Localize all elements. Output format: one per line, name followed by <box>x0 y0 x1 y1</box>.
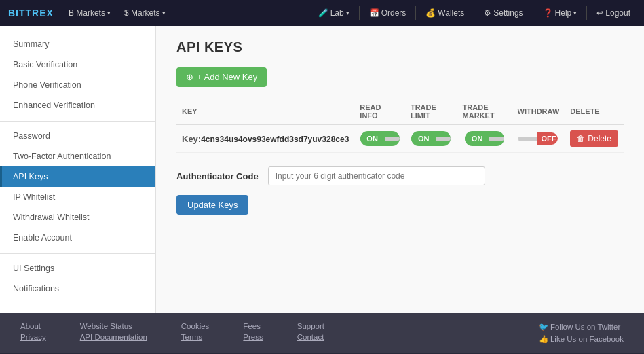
footer-col-about: About Privacy <box>20 322 46 341</box>
sidebar-item-notifications[interactable]: Notifications <box>0 279 155 299</box>
footer-link-fees[interactable]: Fees <box>243 322 263 330</box>
navbar-right: 🧪 Lab ▾ 📅 Orders 💰 Wallets ⚙ Settings ❓ … <box>313 5 636 20</box>
footer-col-support: Support Contact <box>297 322 324 341</box>
col-header-key: KEY <box>176 99 354 124</box>
sidebar-item-enable-account[interactable]: Enable Account <box>0 228 155 248</box>
auth-code-input[interactable] <box>268 166 485 185</box>
col-header-delete: DELETE <box>565 99 624 124</box>
sidebar-item-enhanced-verification[interactable]: Enhanced Verification <box>0 95 155 116</box>
footer-col-website-status: Website Status API Documentation <box>80 322 147 341</box>
delete-key-button[interactable]: 🗑 Delete <box>570 130 618 147</box>
footer-link-support[interactable]: Support <box>297 322 324 330</box>
brand-logo: BITTREX <box>8 7 54 18</box>
sidebar-item-password[interactable]: Password <box>0 126 155 146</box>
update-keys-button[interactable]: Update Keys <box>176 195 248 215</box>
footer-link-press[interactable]: Press <box>243 333 263 341</box>
toggle-on-label: ON <box>411 132 436 145</box>
sidebar-section-preferences: UI Settings Notifications <box>0 258 155 299</box>
flask-icon: 🧪 <box>318 8 328 18</box>
chevron-down-icon: ▾ <box>162 10 166 16</box>
footer-link-cookies[interactable]: Cookies <box>181 322 210 330</box>
footer-link-about[interactable]: About <box>20 322 46 330</box>
trade-limit-cell: ON <box>405 124 457 153</box>
footer-link-website-status[interactable]: Website Status <box>80 322 147 330</box>
key-cell: Key:4cns34us4ovs93ewfdd3sd7yuv328ce3 <box>176 124 354 153</box>
footer-link-terms[interactable]: Terms <box>181 333 210 341</box>
nav-help[interactable]: ❓ Help ▾ <box>537 5 583 20</box>
footer-link-privacy[interactable]: Privacy <box>20 333 46 341</box>
nav-orders[interactable]: 📅 Orders <box>364 5 412 20</box>
navbar: BITTREX B Markets ▾ $ Markets ▾ 🧪 Lab ▾ … <box>0 0 644 26</box>
twitter-icon: 🐦 <box>539 323 550 331</box>
sidebar-item-basic-verification[interactable]: Basic Verification <box>0 54 155 75</box>
gear-icon: ⚙ <box>484 8 491 18</box>
sidebar-item-phone-verification[interactable]: Phone Verification <box>0 75 155 95</box>
nav-divider <box>533 6 533 20</box>
help-icon: ❓ <box>543 8 553 18</box>
footer-links: About Privacy Website Status API Documen… <box>0 313 644 353</box>
auth-section: Authenticator Code <box>176 166 624 185</box>
nav-divider <box>474 6 474 20</box>
sidebar-divider <box>0 121 155 122</box>
toggle-off-label <box>385 137 400 141</box>
footer-twitter-link[interactable]: 🐦 Follow Us on Twitter <box>539 322 624 332</box>
footer-col-cookies: Cookies Terms <box>181 322 210 341</box>
table-row: Key:4cns34us4ovs93ewfdd3sd7yuv328ce3 ON … <box>176 124 624 153</box>
nav-logout[interactable]: ↩ Logout <box>591 5 636 20</box>
col-header-trade-market: TRADE MARKET <box>457 99 512 124</box>
footer-facebook-link[interactable]: 👍 Like Us on Facebook <box>539 334 624 344</box>
sidebar-section-security: Password Two-Factor Authentication API K… <box>0 126 155 248</box>
sidebar-item-withdrawal-whitelist[interactable]: Withdrawal Whitelist <box>0 207 155 228</box>
key-value: 4cns34us4ovs93ewfdd3sd7yuv328ce3 <box>201 135 349 144</box>
toggle-on-label <box>518 137 537 141</box>
read-info-toggle[interactable]: ON <box>360 131 400 146</box>
calendar-icon: 📅 <box>369 8 379 18</box>
toggle-on-label: ON <box>465 132 489 145</box>
footer-col-fees: Fees Press <box>243 322 263 341</box>
facebook-icon: 👍 <box>539 335 550 343</box>
sidebar-item-two-factor[interactable]: Two-Factor Authentication <box>0 146 155 166</box>
nav-settings[interactable]: ⚙ Settings <box>478 5 528 20</box>
sidebar-item-api-keys[interactable]: API Keys <box>0 166 155 187</box>
footer-social: 🐦 Follow Us on Twitter 👍 Like Us on Face… <box>539 322 624 344</box>
trade-market-cell: ON <box>457 124 512 153</box>
footer-link-contact[interactable]: Contact <box>297 333 324 341</box>
col-header-withdraw: WITHDRAW <box>512 99 565 124</box>
toggle-off-label <box>436 137 451 141</box>
nav-divider <box>586 6 587 20</box>
nav-wallets[interactable]: 💰 Wallets <box>420 5 470 20</box>
nav-divider <box>415 6 416 20</box>
toggle-on-label: ON <box>360 132 385 145</box>
sidebar-section-account: Summary Basic Verification Phone Verific… <box>0 34 155 116</box>
read-info-cell: ON <box>354 124 405 153</box>
nav-dollar-markets[interactable]: $ Markets ▾ <box>119 5 171 20</box>
withdraw-toggle[interactable]: OFF <box>518 131 558 146</box>
key-label: Key: <box>182 134 201 144</box>
nav-b-markets[interactable]: B Markets ▾ <box>63 5 116 20</box>
toggle-off-label <box>489 137 504 141</box>
chevron-down-icon: ▾ <box>107 10 111 16</box>
sidebar-item-ip-whitelist[interactable]: IP Whitelist <box>0 187 155 207</box>
col-header-read-info: READ INFO <box>354 99 405 124</box>
nav-divider <box>359 6 360 20</box>
content-area: API KEYS ⊕ + Add New Key KEY READ INFO T… <box>156 26 644 313</box>
trade-limit-toggle[interactable]: ON <box>411 131 451 146</box>
withdraw-cell: OFF <box>512 124 565 153</box>
footer-link-api-docs[interactable]: API Documentation <box>80 333 147 341</box>
main-layout: Summary Basic Verification Phone Verific… <box>0 26 644 313</box>
trash-icon: 🗑 <box>577 134 585 143</box>
trade-market-toggle[interactable]: ON <box>465 131 504 146</box>
col-header-trade-limit: TRADE LIMIT <box>405 99 457 124</box>
nav-lab[interactable]: 🧪 Lab ▾ <box>313 5 355 20</box>
sidebar-item-summary[interactable]: Summary <box>0 34 155 54</box>
page-title: API KEYS <box>176 39 624 55</box>
sidebar-item-ui-settings[interactable]: UI Settings <box>0 258 155 279</box>
sidebar-divider <box>0 253 155 254</box>
api-keys-table: KEY READ INFO TRADE LIMIT TRADE MARKET W… <box>176 99 624 153</box>
add-new-key-button[interactable]: ⊕ + Add New Key <box>176 67 267 87</box>
plus-icon: ⊕ <box>186 72 193 82</box>
sidebar: Summary Basic Verification Phone Verific… <box>0 26 156 313</box>
wallet-icon: 💰 <box>425 8 436 18</box>
chevron-down-icon: ▾ <box>573 10 577 16</box>
toggle-off-label: OFF <box>537 132 558 145</box>
